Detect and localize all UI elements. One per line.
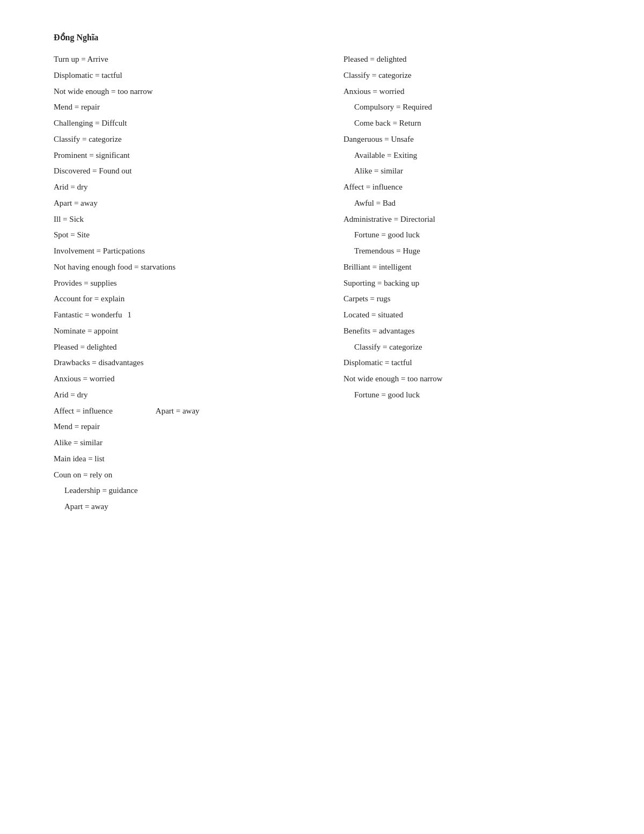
list-item: Pleased = delighted (54, 340, 311, 355)
list-item: Main idea = list (54, 452, 311, 467)
list-item: Nominate = appoint (54, 324, 311, 339)
entry-text: Leadership = guidance (64, 486, 138, 495)
list-item: Classify = categorize (54, 132, 311, 147)
list-item: Not wide enough = too narrow (343, 372, 601, 387)
list-item: Alike = similar (343, 164, 601, 179)
entry-text: Classify = categorize (354, 343, 422, 351)
entry-text: Pleased = delighted (343, 55, 407, 63)
entry-text: Not wide enough = too narrow (343, 374, 443, 383)
list-item: Mend = repair (54, 100, 311, 115)
entry-text: Spot = Site (54, 230, 90, 239)
entry-text: Classify = categorize (54, 135, 122, 143)
entry-text: Alike = similar (54, 438, 103, 447)
entry-text: Carpets = rugs (343, 294, 391, 303)
entry-text: Pleased = delighted (54, 343, 117, 351)
entry-text: Discovered = Found out (54, 166, 132, 175)
entry-text: Mend = repair (54, 103, 100, 111)
entry-text: Awful = Bad (354, 199, 396, 207)
list-item: Dangeruous = Unsafe (343, 132, 601, 147)
list-item: Leadership = guidance (54, 483, 311, 498)
entry-text: Ill = Sick (54, 215, 84, 223)
entry-text: Dangeruous = Unsafe (343, 135, 414, 143)
list-item: Drawbacks = disadvantages (54, 356, 311, 371)
list-item: Spot = Site (54, 228, 311, 243)
entry-text: Benefits = advantages (343, 327, 415, 335)
entry-text: Alike = similar (354, 166, 403, 175)
entry-text: Drawbacks = disadvantages (54, 358, 144, 367)
list-item: Anxious = worried (343, 84, 601, 99)
list-item: Compulsory = Required (343, 100, 601, 115)
entry-text: Fortune = good luck (354, 230, 420, 239)
list-item: Displomatic = tactful (54, 68, 311, 83)
list-item: Involvement = Particpations (54, 244, 311, 259)
list-item: Suporting = backing up (343, 276, 601, 291)
entry-text: Classify = categorize (343, 71, 412, 79)
entry-text: Apart = away (64, 502, 108, 511)
entry-text: Affect = influence (343, 183, 402, 191)
entry-text: Mend = repair (54, 422, 100, 431)
entry-text: Affect = influence (54, 404, 113, 419)
list-item: Arid = dry (54, 388, 311, 403)
list-item: Pleased = delighted (343, 52, 601, 67)
entry-text: Fantastic = wonderfu (54, 310, 122, 319)
entry-text: Main idea = list (54, 454, 105, 463)
list-item: Carpets = rugs (343, 292, 601, 307)
entry-text: Suporting = backing up (343, 279, 419, 287)
entry-text: Brilliant = intelligent (343, 263, 412, 271)
entry-text: Nominate = appoint (54, 327, 118, 335)
list-item: Account for = explain (54, 292, 311, 307)
list-item: Turn up = Arrive (54, 52, 311, 67)
list-item: Mend = repair (54, 419, 311, 434)
entry-text: Displomatic = tactful (54, 71, 122, 79)
left-column: Turn up = ArriveDisplomatic = tactfulNot… (54, 52, 311, 516)
page-number: 1 (128, 308, 132, 323)
list-item: Discovered = Found out (54, 164, 311, 179)
list-item: Affect = influence (343, 180, 601, 195)
entry-text: Compulsory = Required (354, 103, 432, 111)
list-item: Fortune = good luck (343, 228, 601, 243)
list-item: Tremendous = Huge (343, 244, 601, 259)
list-item: Come back = Return (343, 116, 601, 131)
list-item: Benefits = advantages (343, 324, 601, 339)
entry-text: Located = situated (343, 310, 403, 319)
entry-text: Challenging = Diffcult (54, 119, 127, 127)
entry-text: Displomatic = tactful (343, 358, 412, 367)
entry-text: Anxious = worried (54, 374, 114, 383)
entry-text: Arid = dry (54, 390, 87, 399)
list-item: Alike = similar (54, 436, 311, 451)
list-item: Ill = Sick (54, 212, 311, 227)
entry-text: Involvement = Particpations (54, 246, 145, 255)
list-item: Apart = away (54, 499, 311, 514)
list-item: Classify = categorize (343, 340, 601, 355)
list-item: Provides = supplies (54, 276, 311, 291)
entry-text: Fortune = good luck (354, 390, 420, 399)
content-area: Turn up = ArriveDisplomatic = tactfulNot… (54, 52, 601, 516)
list-item: Fortune = good luck (343, 388, 601, 403)
list-item: Not having enough food = starvations (54, 260, 311, 275)
entry-text: Arid = dry (54, 183, 87, 191)
list-item: Classify = categorize (343, 68, 601, 83)
entry-text: Provides = supplies (54, 279, 117, 287)
list-item: Arid = dry (54, 180, 311, 195)
entry-text: Apart = away (156, 404, 200, 419)
entry-text: Come back = Return (354, 119, 421, 127)
list-item: Apart = away (54, 196, 311, 211)
list-item: Anxious = worried (54, 372, 311, 387)
list-item: Fantastic = wonderfu1 (54, 308, 311, 323)
list-item: Affect = influenceApart = away (54, 404, 311, 419)
entry-text: Not wide enough = too narrow (54, 87, 153, 96)
entry-text: Account for = explain (54, 294, 125, 303)
list-item: Located = situated (343, 308, 601, 323)
entry-text: Apart = away (54, 199, 98, 207)
entry-text: Prominent = significant (54, 151, 130, 159)
list-item: Administrative = Directorial (343, 212, 601, 227)
entry-text: Tremendous = Huge (354, 246, 420, 255)
entry-text: Not having enough food = starvations (54, 263, 175, 271)
list-item: Awful = Bad (343, 196, 601, 211)
page-title: Đồng Nghĩa (54, 32, 601, 42)
list-item: Brilliant = intelligent (343, 260, 601, 275)
right-column: Pleased = delightedClassify = categorize… (311, 52, 601, 516)
list-item: Not wide enough = too narrow (54, 84, 311, 99)
entry-text: Administrative = Directorial (343, 215, 435, 223)
entry-text: Coun on = rely on (54, 470, 112, 479)
